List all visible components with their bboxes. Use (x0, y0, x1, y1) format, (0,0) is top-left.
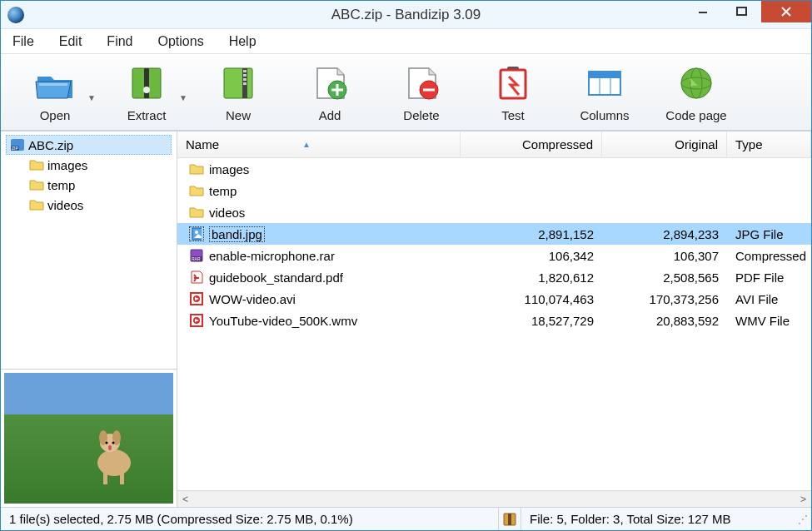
extract-button[interactable]: Extract ▼ (101, 62, 192, 122)
menu-edit[interactable]: Edit (54, 32, 87, 51)
tree-item[interactable]: images (6, 155, 172, 175)
cell-name: videos (177, 205, 461, 220)
svg-point-26 (97, 449, 131, 476)
table-row[interactable]: guidebook_standard.pdf1,820,6122,508,565… (177, 266, 811, 288)
open-label: Open (40, 108, 71, 122)
add-button[interactable]: Add (284, 62, 376, 122)
extract-icon (125, 62, 168, 105)
cell-compressed: 106,342 (461, 249, 602, 263)
table-row[interactable]: bandi.jpg2,891,1522,894,233JPG File (177, 223, 811, 245)
horizontal-scrollbar[interactable]: < > (177, 490, 811, 507)
close-button[interactable] (761, 1, 811, 22)
file-rows[interactable]: imagestempvideosbandi.jpg2,891,1522,894,… (177, 158, 811, 490)
cell-name: guidebook_standard.pdf (177, 270, 461, 285)
svg-rect-9 (243, 74, 247, 77)
table-row[interactable]: RARenable-microphone.rar106,342106,307Co… (177, 245, 811, 266)
cell-name: RARenable-microphone.rar (177, 248, 461, 263)
menu-options[interactable]: Options (152, 32, 208, 51)
cell-original: 2,508,565 (602, 270, 727, 285)
minimize-button[interactable] (685, 1, 723, 22)
test-button[interactable]: Test (467, 62, 559, 122)
cell-type: PDF File (727, 270, 811, 285)
menu-find[interactable]: Find (102, 32, 137, 51)
pdf-icon (189, 270, 204, 285)
table-row[interactable]: images (177, 158, 811, 180)
table-row[interactable]: temp (177, 180, 811, 201)
svg-rect-8 (243, 70, 247, 72)
file-list-panel: Name▲ Compressed Original Type imagestem… (177, 132, 811, 507)
folder-icon (189, 161, 204, 176)
tree-root-label: ABC.zip (28, 138, 73, 152)
titlebar: ABC.zip - Bandizip 3.09 (1, 1, 811, 29)
new-button[interactable]: New (192, 62, 284, 122)
table-row[interactable]: YouTube-video_500K.wmv18,527,72920,883,5… (177, 310, 811, 331)
svg-rect-6 (224, 68, 252, 98)
new-label: New (226, 108, 251, 122)
col-type[interactable]: Type (727, 132, 811, 157)
svg-rect-2 (39, 83, 67, 86)
sort-indicator-icon: ▲ (302, 140, 311, 149)
table-row[interactable]: videos (177, 201, 811, 223)
cell-name: YouTube-video_500K.wmv (177, 313, 461, 328)
open-button[interactable]: Open ▼ (9, 62, 101, 122)
test-label: Test (501, 108, 525, 122)
svg-rect-4 (144, 68, 149, 98)
svg-point-36 (195, 231, 198, 234)
delete-button[interactable]: Delete (376, 62, 467, 122)
cell-original: 170,373,256 (602, 292, 727, 306)
col-name[interactable]: Name▲ (177, 132, 461, 157)
svg-rect-0 (699, 12, 707, 13)
folder-icon (29, 197, 44, 212)
svg-point-20 (681, 68, 711, 98)
cell-name: WOW-video.avi (177, 291, 461, 306)
tree-item-label: videos (47, 198, 83, 212)
avi-icon (189, 291, 204, 306)
tree-root[interactable]: ZIP ABC.zip (6, 135, 172, 155)
cell-name: bandi.jpg (177, 226, 461, 242)
test-icon (491, 62, 535, 105)
status-archive-icon[interactable] (498, 508, 521, 530)
menu-file[interactable]: File (7, 32, 39, 51)
scroll-left-icon[interactable]: < (182, 494, 188, 505)
dropdown-icon[interactable]: ▼ (179, 93, 187, 102)
svg-text:ZIP: ZIP (12, 146, 18, 151)
window-title: ABC.zip - Bandizip 3.09 (331, 7, 481, 23)
preview-pane (1, 369, 177, 507)
folder-tree[interactable]: ZIP ABC.zip imagestempvideos (1, 132, 177, 369)
cell-compressed: 2,891,152 (461, 227, 602, 241)
column-headers: Name▲ Compressed Original Type (177, 132, 811, 158)
columns-button[interactable]: Columns (559, 62, 650, 122)
maximize-button[interactable] (723, 1, 761, 22)
svg-text:RAR: RAR (192, 256, 201, 261)
tree-item[interactable]: videos (6, 195, 172, 215)
add-file-icon (308, 62, 351, 105)
cell-original: 20,883,592 (602, 314, 727, 328)
svg-rect-17 (589, 72, 620, 78)
svg-rect-45 (508, 514, 511, 525)
codepage-button[interactable]: Code page (650, 62, 742, 122)
folder-icon (189, 205, 204, 220)
resize-grip[interactable]: ⋰ (796, 514, 811, 525)
svg-rect-11 (243, 82, 247, 85)
cell-compressed: 18,527,729 (461, 314, 602, 328)
svg-point-5 (143, 87, 150, 93)
col-original[interactable]: Original (602, 132, 727, 157)
dropdown-icon[interactable]: ▼ (87, 93, 96, 102)
columns-label: Columns (580, 108, 629, 122)
tree-item[interactable]: temp (6, 175, 172, 195)
table-row[interactable]: WOW-video.avi110,074,463170,373,256AVI F… (177, 288, 811, 310)
menu-help[interactable]: Help (224, 32, 262, 51)
svg-rect-31 (120, 469, 124, 484)
col-compressed[interactable]: Compressed (461, 132, 602, 157)
jpg-icon (189, 226, 204, 241)
statusbar: 1 file(s) selected, 2.75 MB (Compressed … (1, 507, 811, 530)
folder-icon (29, 157, 44, 172)
left-panel: ZIP ABC.zip imagestempvideos (1, 132, 177, 507)
extract-label: Extract (127, 108, 167, 122)
open-folder-icon (33, 62, 77, 105)
delete-file-icon (400, 62, 443, 105)
svg-rect-10 (243, 78, 247, 81)
globe-icon (675, 62, 718, 105)
scroll-right-icon[interactable]: > (800, 494, 806, 505)
folder-icon (29, 177, 44, 192)
